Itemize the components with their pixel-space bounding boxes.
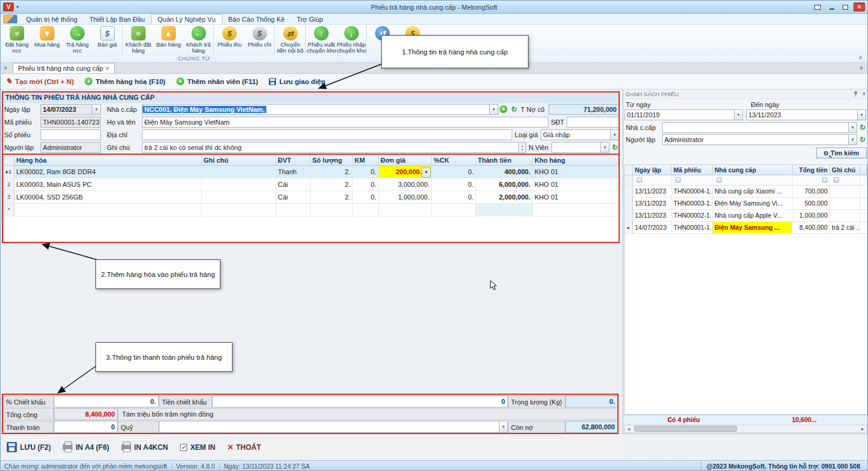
column-header-note[interactable]: Ghi chú: [202, 155, 276, 165]
add-item-button[interactable]: Thêm hàng hóa (F10): [85, 77, 166, 85]
ribbon-button[interactable]: ⇄ Chuyển tiền nội bộ: [275, 25, 306, 55]
ribbon-button[interactable]: ▼ Mua hàng: [32, 25, 62, 55]
pin-icon[interactable]: [853, 91, 858, 97]
cell-discount[interactable]: 0.: [432, 178, 476, 190]
filter-icon[interactable]: [637, 177, 642, 183]
cell-note[interactable]: [830, 210, 860, 221]
supplier-filter-input[interactable]: [662, 122, 857, 133]
ribbon-button[interactable]: ← Khách trả hàng: [184, 25, 214, 55]
cell-price[interactable]: 1,000,000.: [379, 191, 432, 203]
print-a4-button[interactable]: IN A4 (F6): [63, 443, 109, 452]
menu-tab[interactable]: Quản trị hệ thống: [20, 15, 83, 24]
cell-qty[interactable]: 2.: [310, 166, 353, 178]
panel-close-icon[interactable]: [862, 91, 866, 97]
cell-unit[interactable]: [276, 204, 310, 216]
chevron-down-icon[interactable]: [499, 421, 507, 432]
preview-checkbox[interactable]: XEM IN: [180, 443, 215, 452]
creator-field[interactable]: Administrator: [40, 142, 101, 153]
column-header-discount[interactable]: %CK: [432, 155, 476, 165]
cell-code[interactable]: THN00002-1...: [672, 210, 713, 221]
cell-item-name[interactable]: LK00004, SSD 256GB: [14, 191, 202, 203]
spinner-icon[interactable]: ▴▾: [518, 143, 526, 152]
scroll-left-icon[interactable]: [625, 426, 633, 432]
cell-discount[interactable]: [432, 204, 476, 216]
cell-date[interactable]: 13/11/2023: [633, 186, 672, 197]
application-button[interactable]: [3, 15, 18, 24]
filter-icon[interactable]: [675, 177, 681, 183]
checkbox-checked-icon[interactable]: [180, 444, 187, 451]
discount-amount-input[interactable]: 0: [212, 395, 508, 408]
ribbon-button[interactable]: → Trả hàng ncc: [62, 25, 92, 55]
grid-row[interactable]: 2 LK00003, Main ASUS PC Cái 2. 0. 3,000,…: [4, 178, 619, 191]
cell-km[interactable]: 0.: [353, 178, 379, 190]
menu-tab[interactable]: Trợ Giúp: [291, 15, 329, 24]
cell-qty[interactable]: 2.: [310, 178, 353, 190]
tabbar-close-icon[interactable]: [857, 65, 866, 71]
column-header-item[interactable]: Hàng hóa: [14, 155, 202, 165]
cell-discount[interactable]: 0.: [432, 191, 476, 203]
row-header[interactable]: *: [4, 204, 14, 216]
ribbon-button[interactable]: ↑ Phiếu xuất chuyển kho: [306, 25, 336, 55]
cell-warehouse[interactable]: [533, 204, 619, 216]
cell-total[interactable]: 400,000.: [476, 166, 533, 178]
cell-price[interactable]: 200,000.: [379, 166, 432, 178]
row-header[interactable]: 3: [4, 191, 14, 203]
cell-warehouse[interactable]: KHO 01: [533, 178, 619, 190]
scrollbar-thumb[interactable]: [634, 426, 737, 432]
screen-icon[interactable]: [812, 2, 823, 11]
cell-supplier[interactable]: Điện Máy Samsung Vi...: [713, 198, 792, 209]
cell-total[interactable]: 700,000: [792, 186, 830, 197]
chevron-down-icon[interactable]: [734, 110, 742, 120]
cell-note[interactable]: [202, 204, 276, 216]
ribbon-button[interactable]: ↓ Phiếu nhập chuyển kho: [336, 25, 367, 55]
ribbon-button[interactable]: $ Phiếu thu: [214, 25, 245, 55]
filter-row[interactable]: [625, 175, 867, 186]
add-supplier-icon[interactable]: [500, 105, 507, 113]
ribbon-collapse-icon[interactable]: [858, 54, 863, 60]
filter-icon[interactable]: [716, 177, 722, 183]
cell-total[interactable]: 500,000: [792, 198, 830, 209]
cell-warehouse[interactable]: KHO 01: [533, 166, 619, 178]
cell-code[interactable]: THN00004-1...: [672, 186, 713, 197]
cell-qty[interactable]: [310, 204, 353, 216]
cell-code[interactable]: THN00003-1...: [672, 198, 713, 209]
creator-filter-input[interactable]: Administrator: [662, 134, 857, 145]
receipt-code-field[interactable]: THN00001-140723: [40, 117, 101, 128]
ribbon-button[interactable]: ≡ Đặt hàng ncc: [2, 25, 32, 55]
cell-unit[interactable]: Thanh: [276, 166, 310, 178]
cell-unit[interactable]: Cái: [276, 191, 310, 203]
address-input[interactable]: [142, 129, 512, 140]
cell-total[interactable]: 8,400,000: [792, 222, 830, 233]
cell-note[interactable]: [202, 191, 276, 203]
refresh-icon[interactable]: [857, 123, 867, 132]
cell-supplier[interactable]: Nhà cung cấp Apple V...: [713, 210, 792, 221]
list-column-date[interactable]: Ngày lập: [633, 165, 672, 175]
from-date-input[interactable]: 01/11/2019: [625, 109, 743, 120]
column-header-km[interactable]: KM: [353, 155, 379, 165]
list-column-total[interactable]: Tổng tiền: [792, 165, 830, 175]
cell-total[interactable]: 1,000,000: [792, 210, 830, 221]
contact-name-input[interactable]: Điện Máy Samsung VietNam: [142, 117, 548, 128]
cell-total[interactable]: 2,000,000.: [476, 191, 533, 203]
employee-select[interactable]: [551, 142, 609, 153]
exit-button[interactable]: THOÁT: [227, 442, 261, 453]
cell-km[interactable]: 0.: [353, 166, 379, 178]
grid-row[interactable]: 3 LK00004, SSD 256GB Cái 2. 0. 1,000,000…: [4, 191, 619, 204]
cell-code[interactable]: THN00001-1...: [672, 222, 713, 233]
cell-price[interactable]: 3,000,000.: [379, 178, 432, 190]
scroll-right-icon[interactable]: [858, 426, 867, 432]
cell-total[interactable]: 6,000,000.: [476, 178, 533, 190]
chevron-down-icon[interactable]: [92, 105, 100, 114]
cell-note[interactable]: [830, 186, 860, 197]
ribbon-button[interactable]: ▲ Bán hàng: [153, 25, 184, 55]
row-header[interactable]: 2: [4, 178, 14, 190]
search-button[interactable]: Tìm kiếm: [816, 148, 867, 158]
chevron-down-icon[interactable]: [600, 143, 609, 152]
restore-icon[interactable]: [840, 2, 851, 11]
menu-tab[interactable]: Quản Lý Nghiệp Vụ: [151, 14, 222, 24]
document-tab[interactable]: Phiếu trả hàng nhà cung cấp: [13, 63, 115, 73]
cell-note[interactable]: [202, 166, 276, 178]
filter-icon[interactable]: [822, 177, 828, 183]
paid-amount-input[interactable]: 0: [54, 421, 118, 433]
cell-discount[interactable]: 0.: [432, 166, 476, 178]
